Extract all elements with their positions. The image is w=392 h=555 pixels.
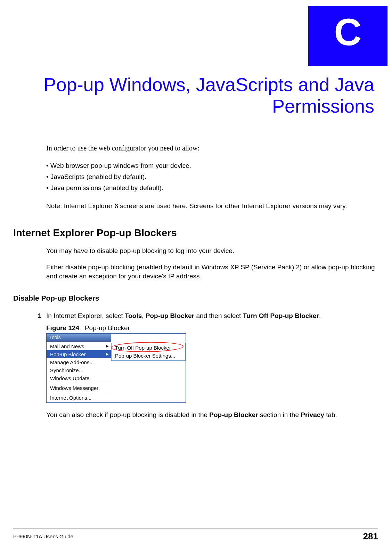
bold-text: Privacy bbox=[301, 411, 324, 418]
menu-item-windows-update[interactable]: Windows Update bbox=[47, 374, 111, 382]
page-footer: P-660N-T1A User's Guide 281 bbox=[13, 529, 378, 542]
menu-item-mail-and-news[interactable]: Mail and News ▶ bbox=[47, 342, 111, 350]
step-bold: Tools bbox=[125, 312, 142, 319]
step-number: 1 bbox=[38, 311, 42, 320]
submenu-item-settings[interactable]: Pop-up Blocker Settings... bbox=[112, 352, 185, 360]
section-heading: Internet Explorer Pop-up Blockers bbox=[13, 227, 375, 239]
chevron-right-icon: ▶ bbox=[106, 344, 109, 348]
menu-item-label: Windows Messenger bbox=[50, 385, 98, 391]
intro-text: In order to use the web configurator you… bbox=[46, 144, 375, 152]
bullet-list: • Web browser pop-up windows from your d… bbox=[46, 162, 375, 192]
bullet-item: • Web browser pop-up windows from your d… bbox=[46, 162, 375, 170]
bullet-text: Web browser pop-up windows from your dev… bbox=[50, 162, 191, 169]
bullet-text: JavaScripts (enabled by default). bbox=[50, 173, 147, 180]
page-title: Pop-up Windows, JavaScripts and Java Per… bbox=[0, 74, 387, 117]
menu-separator bbox=[48, 383, 109, 383]
bullet-item: • Java permissions (enabled by default). bbox=[46, 184, 375, 192]
menu-item-windows-messenger[interactable]: Windows Messenger bbox=[47, 384, 111, 392]
text-segment: section in the bbox=[258, 411, 301, 418]
tools-menu-column: Tools Mail and News ▶ Pop-up Blocker ▶ M… bbox=[47, 334, 111, 402]
menu-separator bbox=[48, 393, 109, 393]
appendix-letter-block: C bbox=[308, 6, 387, 66]
step-text-segment: . bbox=[319, 312, 321, 319]
chevron-right-icon: ▶ bbox=[106, 352, 109, 356]
tools-menu-header[interactable]: Tools bbox=[47, 334, 111, 342]
figure-screenshot: Tools Mail and News ▶ Pop-up Blocker ▶ M… bbox=[46, 333, 186, 403]
menu-item-label: Windows Update bbox=[50, 375, 89, 381]
menu-item-manage-addons[interactable]: Manage Add-ons... bbox=[47, 358, 111, 366]
menu-item-internet-options[interactable]: Internet Options... bbox=[47, 394, 111, 402]
submenu-item-turn-off[interactable]: Turn Off Pop-up Blocker bbox=[112, 344, 185, 352]
step-bold: Turn Off Pop-up Blocker bbox=[243, 312, 319, 319]
step-text-segment: and then select bbox=[194, 312, 243, 319]
paragraph: You can also check if pop-up blocking is… bbox=[46, 410, 375, 419]
note-block: Note: Internet Explorer 6 screens are us… bbox=[46, 202, 375, 211]
step-text-segment: In Internet Explorer, select bbox=[46, 312, 125, 319]
paragraph: You may have to disable pop-up blocking … bbox=[46, 246, 375, 255]
footer-guide-name: P-660N-T1A User's Guide bbox=[13, 533, 73, 539]
note-text: Note: Internet Explorer 6 screens are us… bbox=[46, 202, 375, 211]
tools-menu: Mail and News ▶ Pop-up Blocker ▶ Manage … bbox=[47, 342, 111, 402]
menu-item-label: Turn Off Pop-up Blocker bbox=[115, 345, 171, 351]
appendix-letter: C bbox=[334, 10, 361, 53]
figure-caption: Figure 124 Pop-up Blocker bbox=[46, 324, 375, 332]
text-segment: tab. bbox=[324, 411, 337, 418]
figure-number: Figure 124 bbox=[46, 324, 79, 332]
step-text-segment: , bbox=[142, 312, 146, 319]
bullet-item: • JavaScripts (enabled by default). bbox=[46, 173, 375, 181]
step-bold: Pop-up Blocker bbox=[146, 312, 194, 319]
menu-item-label: Synchronize... bbox=[50, 367, 83, 373]
step-item: 1 In Internet Explorer, select Tools, Po… bbox=[46, 311, 375, 320]
footer-page-number: 281 bbox=[363, 531, 378, 542]
menu-item-label: Pop-up Blocker bbox=[50, 351, 86, 357]
bullet-text: Java permissions (enabled by default). bbox=[50, 184, 163, 191]
menu-item-label: Pop-up Blocker Settings... bbox=[115, 353, 175, 359]
text-segment: You can also check if pop-up blocking is… bbox=[46, 411, 209, 418]
figure-title: Pop-up Blocker bbox=[85, 324, 130, 332]
menu-item-synchronize[interactable]: Synchronize... bbox=[47, 366, 111, 374]
menu-item-label: Internet Options... bbox=[50, 395, 91, 401]
bold-text: Pop-up Blocker bbox=[209, 411, 258, 418]
menu-item-label: Manage Add-ons... bbox=[50, 359, 94, 365]
menu-item-popup-blocker[interactable]: Pop-up Blocker ▶ bbox=[47, 350, 111, 358]
menu-item-label: Mail and News bbox=[50, 343, 84, 349]
subsection-heading: Disable Pop-up Blockers bbox=[13, 294, 375, 302]
popup-blocker-submenu: Turn Off Pop-up Blocker Pop-up Blocker S… bbox=[111, 343, 186, 361]
paragraph: Either disable pop-up blocking (enabled … bbox=[46, 263, 375, 280]
